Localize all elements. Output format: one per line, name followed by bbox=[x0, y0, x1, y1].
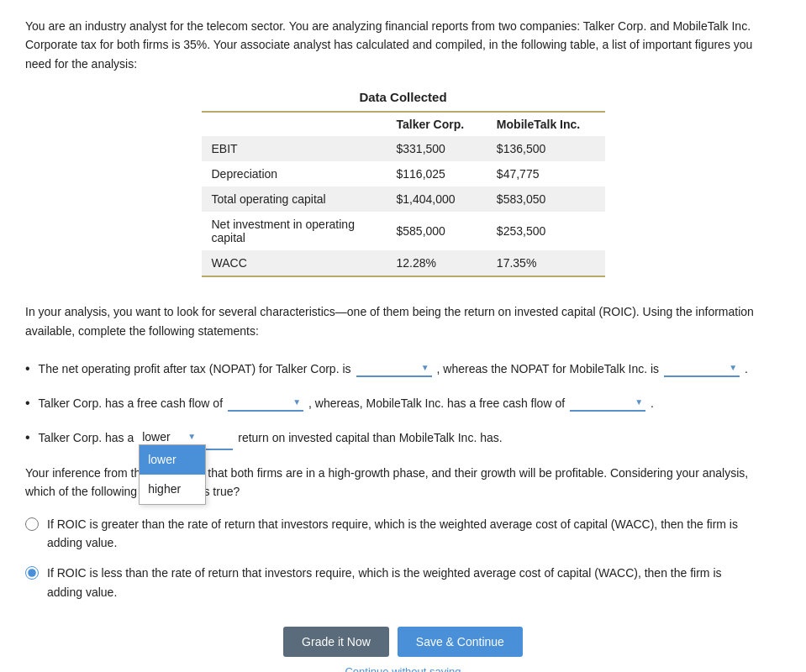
continue-without-saving-link[interactable]: Continue without saving bbox=[345, 665, 461, 672]
row-4-col-1: 12.28% bbox=[387, 250, 487, 276]
row-1-col-2: $47,775 bbox=[487, 161, 605, 186]
bullet-list: • The net operating profit after tax (NO… bbox=[25, 357, 781, 450]
option-lower[interactable]: lower bbox=[140, 445, 205, 475]
radio-option-2: If ROIC is less than the rate of return … bbox=[25, 564, 781, 601]
row-3-col-2: $253,500 bbox=[487, 212, 605, 250]
table-row: Net investment in operating capital$585,… bbox=[202, 212, 605, 250]
save-continue-button[interactable]: Save & Continue bbox=[398, 627, 523, 657]
bullet-1: • The net operating profit after tax (NO… bbox=[25, 357, 781, 381]
radio-options-container: If ROIC is greater than the rate of retu… bbox=[25, 515, 781, 602]
fcf-mobiletalk-select[interactable] bbox=[570, 395, 645, 410]
dropdown3-arrow: ▼ bbox=[187, 429, 229, 444]
bullet-dot-2: • bbox=[25, 391, 30, 416]
roic-comparison-menu[interactable]: lower higher bbox=[139, 444, 206, 505]
row-1-col-1: $116,025 bbox=[387, 161, 487, 186]
bullet-2: • Talker Corp. has a free cash flow of ,… bbox=[25, 391, 781, 416]
bullet2-prefix: Talker Corp. has a free cash flow of bbox=[39, 393, 223, 414]
bullet1-middle: , whereas the NOPAT for MobileTalk Inc. … bbox=[437, 359, 660, 380]
fcf-talker-dropdown[interactable] bbox=[228, 395, 303, 412]
table-row: Depreciation$116,025$47,775 bbox=[202, 161, 605, 186]
radio-option-2-label[interactable]: If ROIC is less than the rate of return … bbox=[47, 564, 753, 601]
row-0-col-1: $331,500 bbox=[387, 136, 487, 161]
data-table-container: Data Collected Talker Corp. MobileTalk I… bbox=[25, 90, 781, 277]
row-4-label: WACC bbox=[202, 250, 387, 276]
row-2-col-2: $583,050 bbox=[487, 186, 605, 212]
row-2-col-1: $1,404,000 bbox=[387, 186, 487, 212]
table-row: Total operating capital$1,404,000$583,05… bbox=[202, 186, 605, 212]
row-3-label: Net investment in operating capital bbox=[202, 212, 387, 250]
intro-paragraph: You are an industry analyst for the tele… bbox=[25, 17, 781, 73]
roic-comparison-dropdown-container[interactable]: lower ▼ lower higher bbox=[139, 426, 233, 450]
nopat-talker-dropdown[interactable] bbox=[356, 360, 432, 377]
bottom-bar: Grade it Now Save & Continue Continue wi… bbox=[25, 627, 781, 672]
row-2-label: Total operating capital bbox=[202, 186, 387, 212]
radio-option-1-input[interactable] bbox=[25, 517, 39, 531]
bullet-dot-3: • bbox=[25, 426, 30, 450]
radio-option-1-label[interactable]: If ROIC is greater than the rate of retu… bbox=[47, 515, 753, 553]
col-header-mobiletalk: MobileTalk Inc. bbox=[487, 112, 605, 136]
table-row: WACC12.28%17.35% bbox=[202, 250, 605, 276]
bullet1-prefix: The net operating profit after tax (NOPA… bbox=[39, 359, 351, 380]
grade-button[interactable]: Grade it Now bbox=[283, 627, 389, 657]
bullet2-middle: , whereas, MobileTalk Inc. has a free ca… bbox=[308, 393, 565, 414]
bullet1-suffix: . bbox=[745, 359, 748, 380]
action-buttons: Grade it Now Save & Continue bbox=[283, 627, 523, 657]
bullet3-suffix: return on invested capital than MobileTa… bbox=[238, 428, 502, 449]
bullet-3: • Talker Corp. has a lower ▼ lower highe… bbox=[25, 426, 781, 450]
row-3-col-1: $585,000 bbox=[387, 212, 487, 250]
row-0-label: EBIT bbox=[202, 136, 387, 161]
col-header-empty bbox=[202, 112, 387, 136]
bullet3-prefix: Talker Corp. has a bbox=[39, 428, 134, 449]
table-caption: Data Collected bbox=[202, 90, 605, 104]
fcf-talker-select[interactable] bbox=[228, 395, 303, 410]
fcf-mobiletalk-dropdown[interactable] bbox=[570, 395, 645, 412]
nopat-mobiletalk-select[interactable] bbox=[664, 360, 740, 375]
analysis-intro: In your analysis, you want to look for s… bbox=[25, 302, 781, 340]
row-4-col-2: 17.35% bbox=[487, 250, 605, 276]
radio-option-1: If ROIC is greater than the rate of retu… bbox=[25, 515, 781, 553]
row-0-col-2: $136,500 bbox=[487, 136, 605, 161]
bullet2-suffix: . bbox=[651, 393, 654, 414]
row-1-label: Depreciation bbox=[202, 161, 387, 186]
data-table: Data Collected Talker Corp. MobileTalk I… bbox=[202, 90, 605, 277]
nopat-talker-select[interactable] bbox=[356, 360, 432, 375]
bullet-dot-1: • bbox=[25, 357, 30, 381]
table-row: EBIT$331,500$136,500 bbox=[202, 136, 605, 161]
option-higher[interactable]: higher bbox=[140, 475, 205, 504]
nopat-mobiletalk-dropdown[interactable] bbox=[664, 360, 740, 377]
radio-option-2-input[interactable] bbox=[25, 566, 39, 580]
col-header-talker: Talker Corp. bbox=[387, 112, 487, 136]
